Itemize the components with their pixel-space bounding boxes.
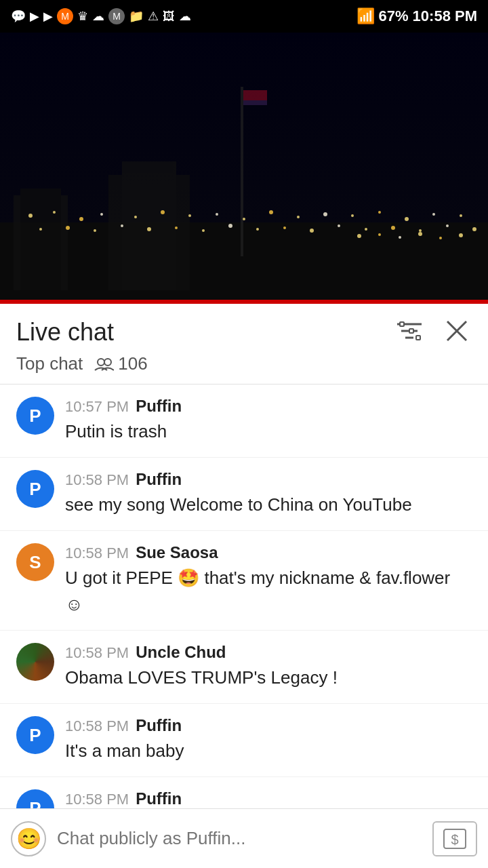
message-author: Puffin: [136, 470, 182, 489]
crown-icon: ♛: [77, 9, 88, 24]
svg-point-27: [66, 226, 70, 230]
svg-point-15: [188, 214, 191, 217]
chat-message: 10:58 PM Uncle Chud Obama LOVES TRUMP's …: [0, 631, 488, 704]
send-icon: $: [441, 827, 468, 851]
red-bar: [0, 300, 488, 304]
message-meta: 10:58 PM Puffin: [65, 789, 472, 808]
message-text: It's a man baby: [65, 738, 472, 764]
filter-button[interactable]: [393, 317, 426, 347]
svg-point-30: [147, 227, 151, 231]
svg-point-28: [94, 229, 96, 232]
svg-rect-6: [241, 87, 243, 256]
svg-point-36: [310, 229, 314, 233]
message-author: Uncle Chud: [136, 643, 226, 662]
svg-point-57: [98, 359, 104, 366]
message-meta: 10:58 PM Puffin: [65, 716, 472, 735]
svg-point-35: [283, 226, 286, 229]
message-time: 10:58 PM: [65, 471, 129, 489]
chat-message: P 10:58 PM Puffin see my song Welcome to…: [0, 458, 488, 531]
message-author: Puffin: [136, 789, 182, 808]
svg-point-16: [216, 213, 218, 216]
svg-point-39: [391, 226, 395, 230]
status-notifications: 💬 ▶ ▶ M ♛ ☁ M 📁 ⚠ 🖼 ☁: [11, 8, 191, 24]
chat-input[interactable]: [57, 828, 422, 849]
avatar: P: [16, 716, 54, 754]
m2-icon: M: [108, 8, 125, 24]
emoji-icon: 😊: [16, 827, 41, 850]
message-body: 10:58 PM Uncle Chud Obama LOVES TRUMP's …: [65, 643, 472, 691]
svg-point-29: [121, 224, 123, 227]
svg-point-58: [104, 359, 111, 366]
message-time: 10:58 PM: [65, 791, 129, 808]
battery-text: 67%: [379, 7, 409, 25]
svg-point-32: [202, 229, 205, 232]
emoji-button[interactable]: 😊: [11, 821, 46, 856]
chat-title: Live chat: [16, 318, 114, 347]
svg-point-45: [399, 236, 401, 239]
svg-rect-5: [122, 161, 176, 290]
svg-point-20: [323, 212, 327, 216]
top-chat-label: Top chat: [16, 353, 83, 374]
svg-point-46: [418, 232, 422, 236]
close-icon: [445, 319, 469, 343]
chat-message: P 10:58 PM Puffin It's a man baby: [0, 704, 488, 777]
avatar: P: [16, 470, 54, 508]
message-author: Puffin: [136, 716, 182, 735]
svg-point-41: [446, 224, 449, 227]
close-button[interactable]: [442, 316, 472, 348]
svg-point-33: [228, 224, 232, 228]
avatar: [16, 643, 54, 681]
message-time: 10:58 PM: [65, 717, 129, 735]
message-text: Obama LOVES TRUMP's Legacy !: [65, 665, 472, 691]
svg-point-17: [243, 218, 245, 220]
cloud-icon: ☁: [92, 9, 104, 24]
viewer-count-text: 106: [118, 353, 147, 374]
avatar: S: [16, 543, 54, 581]
message-time: 10:58 PM: [65, 644, 129, 662]
m-icon: M: [57, 8, 73, 24]
svg-point-25: [460, 214, 462, 217]
chat-header-icons: [393, 316, 472, 348]
svg-point-19: [297, 216, 300, 218]
svg-point-26: [39, 228, 42, 231]
message-text: U got it PEPE 🤩 that's my nickname & fav…: [65, 565, 472, 618]
viewers-icon: [94, 357, 114, 372]
svg-point-37: [338, 224, 340, 227]
message-meta: 10:58 PM Uncle Chud: [65, 643, 472, 662]
svg-point-44: [378, 233, 381, 236]
svg-point-31: [175, 226, 178, 229]
chat-messages: P 10:57 PM Puffin Putin is trash P 10:58…: [0, 384, 488, 868]
message-body: 10:57 PM Puffin Putin is trash: [65, 397, 472, 445]
svg-point-23: [405, 217, 409, 221]
avatar: P: [16, 397, 54, 435]
warning-icon: ⚠: [148, 9, 159, 24]
svg-point-22: [378, 211, 381, 214]
filter-icon: [396, 320, 423, 342]
svg-rect-1: [0, 222, 488, 304]
chat-sub-row: Top chat 106: [16, 353, 472, 384]
message-author: Puffin: [136, 397, 182, 416]
msg-icon: 💬: [11, 9, 26, 24]
svg-point-38: [365, 228, 367, 231]
message-time: 10:57 PM: [65, 398, 129, 416]
chat-message: P 10:57 PM Puffin Putin is trash: [0, 384, 488, 458]
svg-point-40: [419, 229, 422, 232]
message-time: 10:58 PM: [65, 545, 129, 562]
chat-header-top: Live chat: [16, 316, 472, 348]
svg-point-18: [269, 210, 273, 214]
svg-point-14: [161, 210, 165, 214]
folder-icon: 📁: [129, 9, 144, 24]
svg-point-21: [351, 214, 354, 217]
svg-point-43: [357, 234, 361, 238]
video-player[interactable]: [0, 33, 488, 304]
svg-rect-8: [243, 100, 267, 105]
yt2-icon: ▶: [43, 9, 53, 24]
message-body: 10:58 PM Puffin see my song Welcome to C…: [65, 470, 472, 518]
yt-icon: ▶: [30, 9, 39, 24]
chat-header: Live chat Top chat: [0, 304, 488, 384]
svg-point-42: [472, 227, 476, 231]
svg-point-47: [439, 237, 442, 239]
status-system: 📶 67% 10:58 PM: [357, 7, 477, 25]
send-button[interactable]: $: [432, 821, 477, 856]
wifi-icon: 📶: [357, 7, 375, 25]
